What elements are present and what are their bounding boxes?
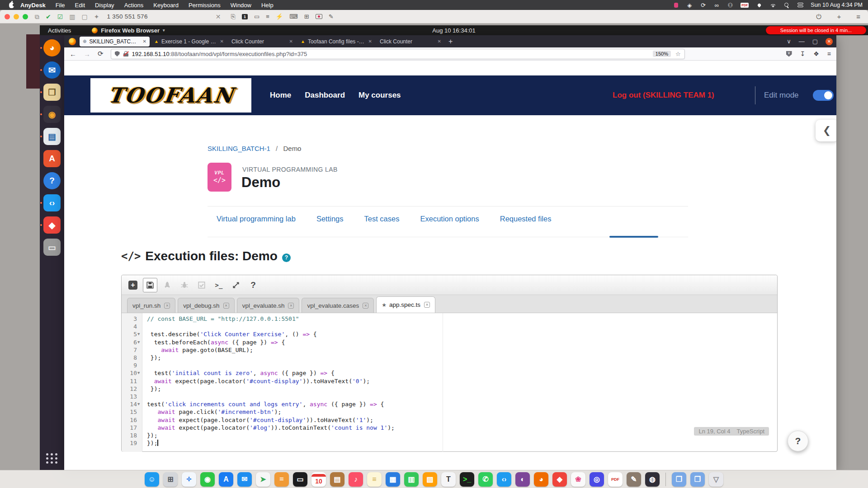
close-tab-icon[interactable]: ✕	[220, 39, 224, 44]
help-icon[interactable]: ?	[282, 253, 291, 262]
close-tab-icon[interactable]: ✕	[438, 39, 441, 44]
ubuntu-clock[interactable]: Aug 10 16:34:01	[432, 27, 475, 34]
window-close-button[interactable]	[5, 14, 10, 19]
dock-item-external-drive[interactable]: ▭	[43, 239, 61, 256]
dock-tor[interactable]: ◐	[515, 472, 530, 487]
dock-vscode[interactable]: ‹›	[497, 472, 511, 487]
browser-tab-2[interactable]: ▲Exercise 1 - Google Drive✕	[151, 37, 227, 47]
window-minimize-button[interactable]	[14, 14, 19, 19]
close-file-icon[interactable]: ✕	[363, 303, 368, 309]
extensions-icon[interactable]: ❖	[813, 50, 819, 57]
dock-item-rhythmbox[interactable]: ◉	[43, 106, 61, 123]
dock-siri[interactable]: ◎	[590, 472, 604, 487]
file-tab-vpl_run-sh[interactable]: vpl_run.sh✕	[127, 298, 175, 313]
downloads-icon[interactable]: ↧	[800, 50, 806, 57]
dock-calendar[interactable]: 10	[311, 472, 326, 487]
tab-execution-options[interactable]: Execution options	[420, 215, 479, 223]
dock-notes[interactable]: ≡	[367, 472, 382, 487]
menu-actions[interactable]: Actions	[124, 2, 144, 9]
fold-arrow-icon[interactable]: ▼	[137, 330, 140, 338]
new-tab-button[interactable]: +	[448, 38, 453, 46]
actions-lightning-icon[interactable]: ⚡	[276, 13, 283, 20]
fold-arrow-icon[interactable]: ▼	[137, 369, 140, 377]
file-tab-vpl_evaluate-cases[interactable]: vpl_evaluate.cases✕	[302, 298, 374, 313]
close-tab-icon[interactable]: ✕	[368, 39, 372, 44]
new-file-button[interactable]: +	[126, 278, 140, 292]
apple-logo-icon[interactable]	[9, 2, 14, 8]
dock-terminal[interactable]: >_	[460, 472, 474, 487]
dock-item-thunderbird[interactable]: ✉	[43, 61, 61, 79]
new-connection-icon[interactable]: +	[837, 13, 841, 21]
file-tab-vpl_evaluate-sh[interactable]: vpl_evaluate.sh✕	[237, 298, 300, 313]
dock-obs[interactable]: ◍	[645, 472, 660, 487]
menu-permissions[interactable]: Permissions	[189, 2, 221, 9]
dock-finder[interactable]: ☺	[145, 472, 159, 487]
save-button[interactable]	[143, 278, 157, 292]
record-session-icon[interactable]	[316, 13, 322, 20]
dock-item-anydesk[interactable]: ◆	[43, 216, 61, 234]
dock-keynote[interactable]: ▦	[386, 472, 400, 487]
dock-item-libreoffice-writer[interactable]: ▤	[43, 128, 61, 145]
tab-requested-files[interactable]: Requested files	[500, 215, 552, 223]
tracking-shield-icon[interactable]	[115, 51, 120, 56]
browser-tab-4[interactable]: ▲Toofaan Config files - Go✕	[297, 37, 375, 47]
url-bar[interactable]: 192.168.51.10 :88/toofaan/mod/vpl/forms/…	[111, 49, 685, 59]
spotlight-icon[interactable]	[783, 2, 790, 8]
maximize-icon[interactable]: ▢	[812, 38, 818, 45]
close-file-icon[interactable]: ✕	[223, 303, 229, 309]
dock-photos[interactable]: ❀	[571, 472, 585, 487]
firefox-view-icon[interactable]	[69, 38, 76, 45]
power-icon[interactable]: ⏻	[816, 13, 822, 21]
browser-tab-5[interactable]: Click Counter✕	[377, 37, 444, 47]
dock-anydesk[interactable]: ◆	[552, 472, 567, 487]
dock-item-app-center[interactable]: A	[43, 150, 61, 167]
keyboard-icon[interactable]: ⌨	[289, 13, 298, 20]
show-applications-button[interactable]	[46, 453, 58, 464]
floating-help-button[interactable]: ?	[788, 431, 808, 451]
pdf-app-icon[interactable]: PDF	[741, 2, 749, 8]
browser-tab-1[interactable]: ⊕SKILLING_BATCH-1 Demo✕	[80, 37, 150, 47]
window-zoom-button[interactable]	[23, 14, 28, 19]
menu-anydesk[interactable]: AnyDesk	[20, 2, 46, 9]
disconnect-icon[interactable]: ✕	[216, 13, 221, 20]
permission-lock-icon[interactable]: ✦	[94, 13, 99, 20]
nav-my-courses[interactable]: My courses	[359, 91, 401, 100]
fold-arrow-icon[interactable]: ▼	[137, 338, 140, 346]
close-tab-icon[interactable]: ✕	[143, 39, 146, 44]
dock-trash[interactable]: ▽	[709, 472, 723, 487]
code-area[interactable]: 3// const BASE_URL = "http://127.0.0.1:5…	[122, 313, 777, 452]
dock-firefox[interactable]: ◕	[534, 472, 548, 487]
permission-allowed-icon[interactable]: ☑	[57, 13, 63, 20]
dock-safari[interactable]: ✧	[182, 472, 196, 487]
help-button[interactable]: ?	[246, 278, 260, 292]
zoom-level-badge[interactable]: 150%	[653, 51, 671, 57]
screen-record-indicator-icon[interactable]	[673, 2, 679, 8]
pocket-icon[interactable]: ∨	[786, 51, 792, 57]
reload-icon[interactable]: ⟳	[98, 50, 104, 58]
breadcrumb-course-link[interactable]: SKILLING_BATCH-1	[208, 145, 270, 152]
meta-icon[interactable]: ∞	[713, 2, 720, 8]
permission-screen-icon[interactable]: ▥	[69, 13, 75, 20]
control-center-icon[interactable]	[797, 2, 803, 8]
back-icon[interactable]: ←	[70, 50, 76, 58]
file-tab-vpl_debug-sh[interactable]: vpl_debug.sh✕	[178, 298, 234, 313]
dock-gimp[interactable]: ✎	[627, 472, 641, 487]
forward-icon[interactable]: →	[84, 50, 90, 58]
insecure-lock-icon[interactable]	[123, 51, 128, 56]
wifi-icon[interactable]	[769, 2, 776, 8]
menu-icon[interactable]: ≡	[856, 13, 860, 21]
menubar-clock[interactable]: Sun 10 Aug 4:34 PM	[811, 2, 863, 8]
app-menu-icon[interactable]: ≡	[827, 50, 831, 57]
bookmark-star-icon[interactable]: ☆	[675, 51, 681, 57]
browser-tab-3[interactable]: Click Counter✕	[228, 37, 296, 47]
dock-pdf-reader[interactable]: PDF	[608, 472, 623, 487]
connection-ok-icon[interactable]: ✔	[46, 13, 51, 20]
tab-test-cases[interactable]: Test cases	[364, 215, 400, 223]
dock-tv[interactable]: ▭	[293, 472, 307, 487]
close-window-icon[interactable]: ✕	[826, 38, 833, 45]
new-session-icon[interactable]: ⧉	[35, 13, 39, 21]
dock-mail[interactable]: ✉	[237, 472, 252, 487]
dock-item-files[interactable]: ❒	[43, 84, 61, 101]
anydesk-address[interactable]: 1 350 551 576	[107, 13, 148, 20]
file-tab-app-spec-ts[interactable]: ★app.spec.ts✕	[376, 296, 435, 313]
